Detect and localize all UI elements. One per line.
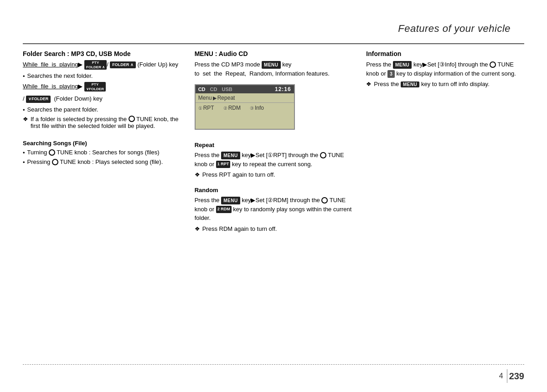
random-dagger-text: Press RDM again to turn off.	[202, 225, 277, 232]
folder-search-title: Folder Search : MP3 CD, USB Mode	[23, 50, 181, 57]
header-line	[23, 43, 524, 44]
repeat-dagger-text: Press RPT again to turn off.	[202, 171, 275, 178]
header: Features of your vehicle	[0, 0, 547, 46]
dagger-symbol-random: ❖	[195, 225, 200, 232]
dagger-symbol-info: ❖	[366, 81, 372, 87]
dagger-symbol-repeat: ❖	[195, 171, 200, 178]
rpt-key: 1 RPT	[216, 161, 231, 168]
screen-tab-cd: CD	[198, 87, 206, 92]
screen-repeat-text: Repeat	[217, 95, 235, 101]
repeat-description: Press the MENU key▶Set [①RPT] through th…	[195, 151, 353, 168]
folder-down-line: / ∨FOLDER (Folder Down) key	[23, 94, 181, 103]
bullet-parent-folder-text: Searches the parent folder.	[27, 106, 98, 113]
menu-key-off: MENU	[401, 81, 419, 87]
dagger-symbol-1: ❖	[23, 116, 28, 122]
rdm-key: 2 RDM	[216, 206, 232, 213]
while-playing-1: While file is playing▶ PTYFOLDER ∧ / FOL…	[23, 60, 181, 70]
screen-top-bar: CD CD USB 12:16	[196, 85, 294, 93]
bullet-dot-4: •	[23, 159, 25, 166]
screen-arrow: ▶	[213, 95, 217, 101]
opt-label-rdm: RDM	[228, 105, 241, 111]
menu-audio-title: MENU : Audio CD	[195, 50, 353, 57]
num3-key: 3	[387, 70, 395, 78]
bullet-turning-tune: • Turning TUNE knob : Searches for songs…	[23, 149, 181, 156]
screen-time: 12:16	[275, 86, 291, 92]
bullet-next-folder: • Searches the next folder.	[23, 72, 181, 80]
folder-up-label: (Folder Up) key	[137, 61, 178, 68]
random-dagger: ❖ Press RDM again to turn off.	[195, 225, 353, 232]
repeat-title: Repeat	[195, 142, 353, 148]
info-dagger: ❖ Press the MENU key to turn off info di…	[366, 81, 524, 87]
screen-tabs: CD CD USB	[198, 87, 232, 92]
pty-folder-down-key: PTY∨FOLDER	[84, 82, 106, 92]
info-title: Information	[366, 50, 524, 57]
page-section-num: 4	[499, 372, 505, 380]
tune-knob-icon-2	[49, 149, 55, 156]
bullet-dot-3: •	[23, 149, 25, 156]
menu-intro: Press the CD MP3 mode MENU key to set th…	[195, 60, 353, 78]
menu-key-repeat: MENU	[221, 152, 240, 159]
while-playing-text-1: While file is playing	[23, 61, 78, 68]
screen-menu-row: Menu ▶ Repeat	[196, 93, 294, 102]
opt-num-2: ②	[223, 106, 227, 111]
bullet-pressing-tune: • Pressing TUNE knob : Plays selected so…	[23, 158, 181, 166]
repeat-dagger: ❖ Press RPT again to turn off.	[195, 171, 353, 178]
random-description: Press the MENU key▶Set [②RDM] through th…	[195, 196, 353, 223]
info-description: Press the MENU key▶Set [③Info] through t…	[366, 60, 524, 78]
opt-label-rpt: RPT	[203, 105, 214, 111]
screen-tab-cd2: CD	[210, 87, 217, 92]
col-information: Information Press the MENU key▶Set [③Inf…	[366, 50, 524, 356]
bullet-dot-2: •	[23, 107, 25, 113]
bullet-parent-folder: • Searches the parent folder.	[23, 106, 181, 113]
searching-songs-title: Searching Songs (File)	[23, 140, 181, 147]
screen-menu-text: Menu	[198, 95, 212, 101]
tune-knob-icon-1	[129, 116, 135, 122]
menu-key-intro: MENU	[262, 61, 280, 69]
tune-knob-icon-random	[321, 197, 328, 204]
screen-opt-info: ③ Info	[250, 105, 264, 111]
page-num-divider	[507, 369, 507, 383]
col-menu-audio: MENU : Audio CD Press the CD MP3 mode ME…	[195, 50, 353, 356]
main-content: Folder Search : MP3 CD, USB Mode While f…	[23, 50, 524, 356]
while-playing-2: While file is playing▶ PTY∨FOLDER	[23, 82, 181, 92]
page-num-box: 4 239	[499, 369, 524, 383]
folder-down-key: ∨FOLDER	[26, 96, 51, 103]
col-folder-search: Folder Search : MP3 CD, USB Mode While f…	[23, 50, 181, 356]
tune-knob-icon-repeat	[320, 152, 326, 158]
bullet-turning-text: Turning TUNE knob : Searches for songs (…	[27, 149, 160, 156]
random-title: Random	[195, 187, 353, 193]
screen-opt-rdm: ② RDM	[223, 105, 241, 111]
footer-divider	[23, 364, 524, 365]
bullet-next-folder-text: Searches the next folder.	[27, 72, 93, 79]
menu-key-info: MENU	[393, 61, 412, 69]
while-playing-text-2: While file is playing	[23, 83, 78, 90]
bullet-pressing-text: Pressing TUNE knob : Plays selected song…	[27, 158, 163, 166]
pty-folder-up-key: PTYFOLDER ∧	[84, 60, 107, 70]
page-number-area: 4 239	[499, 369, 524, 383]
opt-label-info: Info	[255, 105, 264, 111]
page-title: Features of your vehicle	[398, 23, 511, 35]
page-num: 239	[509, 371, 524, 382]
info-dagger-text: Press the MENU key to turn off info disp…	[374, 81, 489, 87]
screen-display: CD CD USB 12:16 Menu ▶ Repeat ① RPT ② RD…	[195, 84, 295, 130]
tune-knob-icon-info	[490, 61, 496, 68]
dagger-folder-note: ❖ If a folder is selected by pressing th…	[23, 116, 181, 130]
folder-down-label: (Folder Down) key	[54, 95, 102, 102]
bullet-dot-1: •	[23, 73, 25, 80]
screen-options-row: ① RPT ② RDM ③ Info	[196, 102, 294, 113]
menu-key-random: MENU	[221, 197, 240, 204]
folder-up-key: FOLDER ∧	[110, 61, 136, 69]
screen-tab-usb: USB	[222, 87, 232, 92]
dagger-text-1: If a folder is selected by pressing the …	[31, 116, 181, 130]
opt-num-1: ①	[198, 106, 202, 111]
opt-num-3: ③	[250, 106, 254, 111]
tune-knob-icon-3	[52, 159, 58, 165]
screen-opt-rpt: ① RPT	[198, 105, 214, 111]
